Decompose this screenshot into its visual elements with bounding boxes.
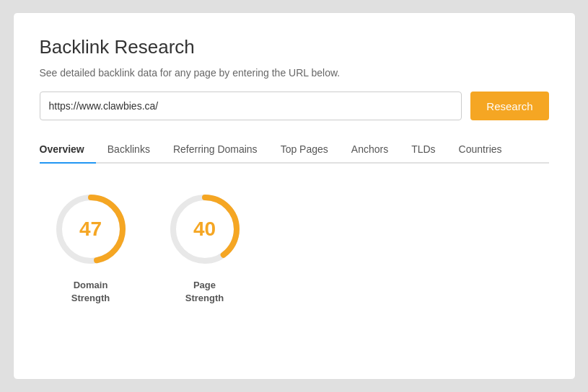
domain-strength-circle: 47 [51,190,131,269]
tab-referring-domains[interactable]: Referring Domains [162,138,269,162]
tabs-container: Overview Backlinks Referring Domains Top… [40,138,549,164]
page-strength-label: PageStrength [185,279,224,305]
main-card: Backlink Research See detailed backlink … [13,12,576,380]
domain-strength-label: DomainStrength [71,279,110,305]
url-input[interactable] [40,92,462,120]
domain-strength-value: 47 [79,218,102,241]
research-button[interactable]: Research [470,92,548,120]
tab-anchors[interactable]: Anchors [340,138,400,162]
tab-backlinks[interactable]: Backlinks [96,138,162,162]
subtitle: See detailed backlink data for any page … [40,67,549,79]
search-row: Research [40,92,549,120]
page-strength-circle: 40 [165,190,245,269]
page-title: Backlink Research [40,36,549,58]
metrics-row: 47 DomainStrength 40 PageStrength [40,190,549,305]
page-strength-metric: 40 PageStrength [165,190,245,305]
tab-overview[interactable]: Overview [40,138,96,162]
page-strength-value: 40 [193,218,216,241]
tab-countries[interactable]: Countries [447,138,514,162]
domain-strength-metric: 47 DomainStrength [51,190,131,305]
tab-tlds[interactable]: TLDs [400,138,447,162]
tab-top-pages[interactable]: Top Pages [269,138,340,162]
